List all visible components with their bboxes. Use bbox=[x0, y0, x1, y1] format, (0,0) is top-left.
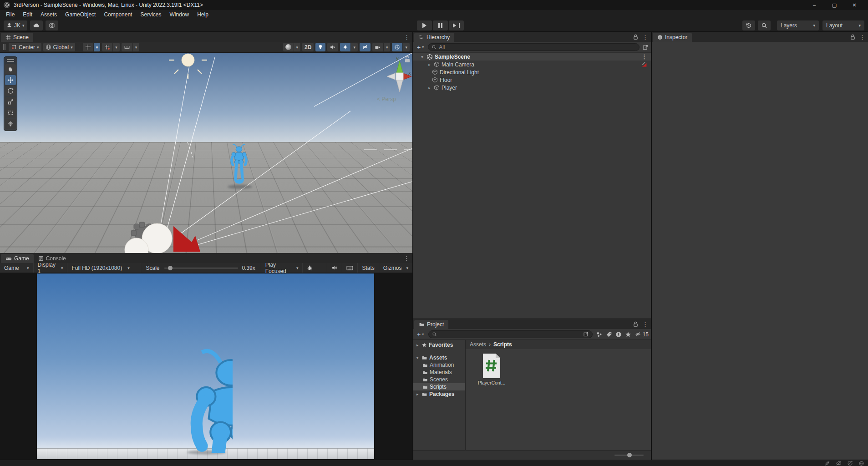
scene-options-icon[interactable]: ⋮ bbox=[641, 54, 647, 60]
draw-mode-options-button[interactable]: ▾ bbox=[294, 43, 301, 51]
tools-drag-handle[interactable] bbox=[7, 59, 14, 62]
hierarchy-item-samplescene[interactable]: ▾ SampleScene ⋮ bbox=[413, 53, 651, 61]
foldout-collapsed-icon[interactable]: ▸ bbox=[415, 392, 420, 396]
menu-edit[interactable]: Edit bbox=[19, 11, 36, 18]
open-search-window-icon[interactable] bbox=[583, 331, 589, 337]
rotate-tool-button[interactable] bbox=[5, 86, 16, 96]
snap-increment-button[interactable] bbox=[122, 43, 132, 51]
hidden-count-button[interactable]: 15 bbox=[635, 331, 649, 338]
foldout-collapsed-icon[interactable]: ▸ bbox=[427, 62, 432, 67]
grid-visibility-button[interactable] bbox=[83, 43, 93, 51]
axis-y-label[interactable]: y bbox=[396, 56, 399, 61]
foldout-expanded-icon[interactable]: ▾ bbox=[415, 356, 420, 360]
zoom-slider-thumb[interactable] bbox=[627, 453, 632, 457]
create-object-button[interactable]: + ▾ bbox=[416, 44, 425, 51]
layout-dropdown[interactable]: Layout ▾ bbox=[822, 20, 864, 30]
lock-icon[interactable] bbox=[633, 321, 638, 327]
search-button[interactable] bbox=[758, 20, 771, 30]
inspector-menu-icon[interactable]: ⋮ bbox=[859, 34, 865, 40]
menu-help[interactable]: Help bbox=[193, 11, 213, 18]
mute-audio-button[interactable] bbox=[327, 263, 342, 273]
hierarchy-item-player[interactable]: ▸ Player bbox=[413, 84, 651, 91]
favorites-star-icon[interactable] bbox=[625, 331, 631, 338]
tab-project[interactable]: Project bbox=[414, 320, 448, 329]
game-viewport[interactable] bbox=[0, 273, 412, 460]
scene-viewport[interactable]: y x < Persp bbox=[0, 53, 412, 253]
scene-audio-button[interactable] bbox=[327, 43, 338, 51]
gizmos-toggle-button[interactable] bbox=[392, 43, 402, 51]
asset-item-playercontroller[interactable]: PlayerCont... bbox=[475, 353, 508, 385]
tree-item-favorites[interactable]: ▸ Favorites bbox=[413, 341, 465, 349]
scale-tool-button[interactable] bbox=[5, 97, 16, 107]
play-focused-dropdown[interactable]: Play Focused ▾ bbox=[261, 263, 303, 273]
tree-item-packages[interactable]: ▸ Packages bbox=[413, 390, 465, 398]
tab-scene[interactable]: Scene bbox=[1, 33, 33, 42]
menu-file[interactable]: File bbox=[2, 11, 19, 18]
hierarchy-item-floor[interactable]: Floor bbox=[413, 76, 651, 84]
scene-effects-button[interactable] bbox=[340, 43, 350, 51]
scale-slider[interactable] bbox=[164, 268, 239, 268]
step-button[interactable] bbox=[449, 20, 464, 30]
search-by-label-icon[interactable] bbox=[606, 331, 612, 338]
play-button[interactable] bbox=[417, 20, 432, 30]
thumbnail-zoom-slider[interactable] bbox=[614, 455, 644, 456]
undo-history-button[interactable] bbox=[742, 20, 755, 30]
scale-slider-thumb[interactable] bbox=[168, 266, 173, 270]
account-dropdown[interactable]: JK ▾ bbox=[4, 20, 27, 30]
resolution-dropdown[interactable]: Full HD (1920x1080) ▾ bbox=[67, 263, 141, 273]
menu-assets[interactable]: Assets bbox=[36, 11, 61, 18]
overlay-drag-handle[interactable] bbox=[3, 44, 5, 50]
tree-item-animation[interactable]: Animation bbox=[413, 361, 465, 369]
tree-item-scenes[interactable]: Scenes bbox=[413, 376, 465, 383]
transform-tool-button[interactable] bbox=[5, 119, 16, 129]
snap-increment-options-button[interactable]: ▾ bbox=[133, 43, 140, 51]
status-network-icon[interactable] bbox=[858, 461, 864, 466]
2d-mode-button[interactable]: 2D bbox=[302, 43, 314, 51]
tab-console[interactable]: Console bbox=[34, 254, 71, 263]
foldout-collapsed-icon[interactable]: ▸ bbox=[415, 343, 420, 347]
open-search-window-icon[interactable] bbox=[642, 44, 649, 51]
display-dropdown[interactable]: Display 1 ▾ bbox=[34, 263, 68, 273]
menu-window[interactable]: Window bbox=[165, 11, 193, 18]
grid-options-button[interactable]: ▾ bbox=[94, 43, 101, 51]
tree-item-assets[interactable]: ▾ Assets bbox=[413, 354, 465, 361]
scene-lock-icon[interactable] bbox=[405, 56, 410, 62]
lock-icon[interactable] bbox=[633, 34, 638, 40]
axis-x-label[interactable]: x bbox=[408, 70, 411, 76]
foldout-expanded-icon[interactable]: ▾ bbox=[420, 55, 425, 59]
persp-label[interactable]: < Persp bbox=[377, 96, 396, 102]
breadcrumb-current[interactable]: Scripts bbox=[493, 341, 512, 348]
menu-gameobject[interactable]: GameObject bbox=[61, 11, 100, 18]
device-input-button[interactable] bbox=[342, 263, 357, 273]
menu-component[interactable]: Component bbox=[100, 11, 136, 18]
scene-camera-button[interactable] bbox=[372, 43, 383, 51]
asset-grid[interactable]: PlayerCont... bbox=[466, 349, 651, 450]
project-menu-icon[interactable]: ⋮ bbox=[642, 321, 648, 327]
move-tool-button[interactable] bbox=[5, 75, 16, 85]
cloud-services-button[interactable] bbox=[46, 20, 58, 30]
snap-toggle-button[interactable] bbox=[102, 43, 112, 51]
tab-game[interactable]: Game bbox=[1, 254, 34, 263]
status-refresh-icon[interactable] bbox=[847, 461, 853, 466]
debug-button[interactable] bbox=[302, 263, 317, 273]
tool-handle-position-dropdown[interactable]: Center ▾ bbox=[9, 43, 41, 51]
snap-options-button[interactable]: ▾ bbox=[113, 43, 120, 51]
project-search-input[interactable] bbox=[428, 330, 592, 338]
display-target-dropdown[interactable]: Game ▾ bbox=[0, 263, 34, 273]
gizmos-options-button[interactable]: ▾ bbox=[403, 43, 410, 51]
scene-visibility-button[interactable] bbox=[360, 43, 371, 51]
scene-lighting-button[interactable] bbox=[315, 43, 325, 51]
scene-camera-options-button[interactable]: ▾ bbox=[384, 43, 391, 51]
game-menu-icon[interactable]: ⋮ bbox=[404, 255, 410, 261]
rect-tool-button[interactable] bbox=[5, 108, 16, 118]
stats-button[interactable]: Stats bbox=[357, 263, 378, 273]
scene-effects-options-button[interactable]: ▾ bbox=[351, 43, 358, 51]
search-by-type-icon[interactable] bbox=[596, 331, 603, 338]
draw-mode-button[interactable] bbox=[283, 43, 294, 51]
maximize-button[interactable]: ▢ bbox=[824, 0, 844, 10]
tab-hierarchy[interactable]: Hierarchy bbox=[414, 33, 454, 42]
hierarchy-item-main-camera[interactable]: ▸ Main Camera bbox=[413, 61, 651, 68]
hierarchy-menu-icon[interactable]: ⋮ bbox=[642, 34, 648, 40]
pause-button[interactable] bbox=[433, 20, 448, 30]
gizmos-dropdown[interactable]: Gizmos ▾ bbox=[379, 263, 412, 273]
